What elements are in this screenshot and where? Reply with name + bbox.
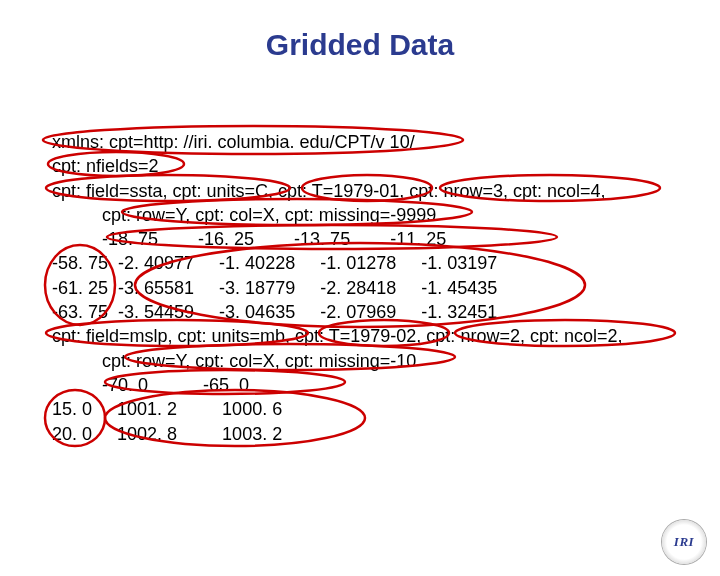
gridded-data-block: xmlns: cpt=http: //iri. columbia. edu/CP… [52, 130, 672, 446]
page-title: Gridded Data [0, 28, 720, 62]
iri-logo: IRI [662, 520, 706, 564]
logo-text: IRI [674, 534, 694, 550]
